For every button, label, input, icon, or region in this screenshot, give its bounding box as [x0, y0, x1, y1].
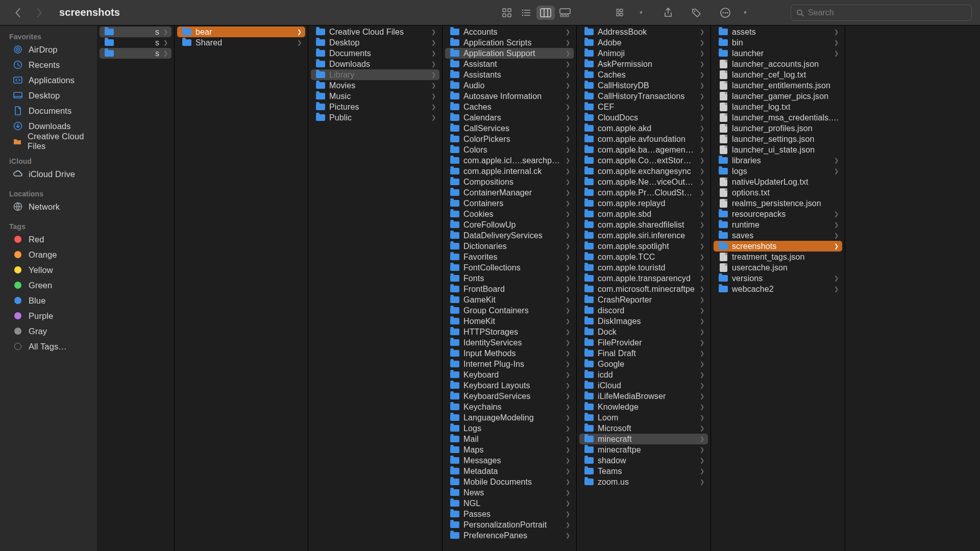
sidebar-item[interactable]: Gray	[4, 323, 93, 339]
folder-row[interactable]: Teams❯	[579, 466, 708, 477]
folder-row[interactable]: ColorPickers❯	[445, 134, 574, 144]
folder-row[interactable]: com.apple.exchangesync❯	[579, 166, 708, 177]
folder-row[interactable]: Keyboard❯	[445, 369, 574, 380]
file-row[interactable]: treatment_tags.json	[714, 252, 842, 262]
file-row[interactable]: launcher_entitlements.json	[714, 80, 842, 91]
folder-row[interactable]: minecraft❯	[579, 434, 708, 444]
folder-row[interactable]: discord❯	[579, 305, 708, 316]
folder-row[interactable]: com.apple.Co…extStoreAgent❯	[579, 155, 708, 166]
folder-row[interactable]: Google❯	[579, 359, 708, 369]
folder-row[interactable]: NGL❯	[445, 498, 574, 509]
folder-row[interactable]: com.microsoft.minecraftpe❯	[579, 284, 708, 294]
sidebar-item[interactable]: AirDrop	[4, 42, 93, 57]
folder-row[interactable]: com.apple.TCC❯	[579, 252, 708, 262]
folder-row[interactable]: Mobile Documents❯	[445, 477, 574, 487]
folder-row[interactable]: Favorites❯	[445, 252, 574, 262]
folder-row[interactable]: com.apple.akd❯	[579, 123, 708, 134]
folder-row[interactable]: libraries❯	[714, 155, 842, 166]
folder-row[interactable]: ContainerManager❯	[445, 187, 574, 198]
folder-row[interactable]: com.apple.icl….searchpartyd❯	[445, 155, 574, 166]
folder-row[interactable]: s❯	[100, 48, 172, 59]
folder-row[interactable]: com.apple.ba…agementagent❯	[579, 144, 708, 155]
folder-row[interactable]: Mail❯	[445, 434, 574, 444]
folder-row[interactable]: launcher❯	[714, 48, 842, 59]
folder-row[interactable]: CallHistoryDB❯	[579, 80, 708, 91]
search-field[interactable]	[791, 5, 972, 21]
folder-row[interactable]: Caches❯	[445, 102, 574, 112]
group-by-button[interactable]	[612, 6, 630, 20]
folder-row[interactable]: Downloads❯	[311, 59, 439, 69]
folder-row[interactable]: AddressBook❯	[579, 27, 708, 37]
sidebar-item[interactable]: Documents	[4, 103, 93, 118]
folder-row[interactable]: Autosave Information❯	[445, 91, 574, 102]
folder-row[interactable]: shadow❯	[579, 455, 708, 466]
file-row[interactable]: options.txt	[714, 187, 842, 198]
folder-row[interactable]: runtime❯	[714, 219, 842, 230]
folder-row[interactable]: PreferencePanes❯	[445, 530, 574, 541]
file-row[interactable]: launcher_msa_credentials.bin	[714, 112, 842, 123]
sidebar-item[interactable]: Red	[4, 232, 93, 247]
folder-row[interactable]: HTTPStorages❯	[445, 327, 574, 337]
folder-row[interactable]: Messages❯	[445, 455, 574, 466]
file-row[interactable]: realms_persistence.json	[714, 198, 842, 209]
folder-row[interactable]: Colors❯	[445, 144, 574, 155]
folder-row[interactable]: Desktop❯	[311, 37, 439, 48]
folder-row[interactable]: bear❯	[177, 27, 305, 37]
folder-row[interactable]: News❯	[445, 487, 574, 498]
file-row[interactable]: launcher_cef_log.txt	[714, 69, 842, 80]
folder-row[interactable]: logs❯	[714, 166, 842, 177]
folder-row[interactable]: com.apple.sbd❯	[579, 209, 708, 219]
folder-row[interactable]: Logs❯	[445, 423, 574, 434]
file-row[interactable]: launcher_gamer_pics.json	[714, 91, 842, 102]
folder-row[interactable]: Keychains❯	[445, 402, 574, 412]
folder-row[interactable]: CallHistoryTransactions❯	[579, 91, 708, 102]
folder-row[interactable]: zoom.us❯	[579, 477, 708, 487]
sidebar-item[interactable]: Orange	[4, 247, 93, 262]
folder-row[interactable]: webcache2❯	[714, 284, 842, 294]
view-gallery-button[interactable]	[556, 6, 574, 20]
folder-row[interactable]: Accounts❯	[445, 27, 574, 37]
nav-back-button[interactable]	[12, 7, 23, 18]
view-columns-button[interactable]	[536, 6, 555, 20]
folder-row[interactable]: Internet Plug-Ins❯	[445, 359, 574, 369]
folder-row[interactable]: Audio❯	[445, 80, 574, 91]
file-row[interactable]: launcher_accounts.json	[714, 59, 842, 69]
folder-row[interactable]: iLifeMediaBrowser❯	[579, 391, 708, 402]
folder-row[interactable]: Adobe❯	[579, 37, 708, 48]
sidebar-item[interactable]: Network	[4, 199, 93, 214]
file-row[interactable]: launcher_settings.json	[714, 134, 842, 144]
folder-row[interactable]: FontCollections❯	[445, 262, 574, 273]
folder-row[interactable]: minecraftpe❯	[579, 444, 708, 455]
tags-button[interactable]	[688, 6, 706, 20]
folder-row[interactable]: Passes❯	[445, 509, 574, 519]
folder-row[interactable]: HomeKit❯	[445, 316, 574, 327]
sidebar-item[interactable]: All Tags…	[4, 339, 93, 354]
folder-row[interactable]: versions❯	[714, 273, 842, 284]
folder-row[interactable]: DiskImages❯	[579, 316, 708, 327]
folder-row[interactable]: com.apple.touristd❯	[579, 262, 708, 273]
folder-row[interactable]: Movies❯	[311, 80, 439, 91]
folder-row[interactable]: resourcepacks❯	[714, 209, 842, 219]
folder-row[interactable]: GameKit❯	[445, 294, 574, 305]
sidebar-item[interactable]: Recents	[4, 57, 93, 72]
sidebar-item[interactable]: Green	[4, 278, 93, 293]
folder-row[interactable]: Public❯	[311, 112, 439, 123]
folder-row[interactable]: Dock❯	[579, 327, 708, 337]
folder-row[interactable]: com.apple.replayd❯	[579, 198, 708, 209]
action-menu-button[interactable]	[716, 6, 734, 20]
folder-row[interactable]: Animoji❯	[579, 48, 708, 59]
folder-row[interactable]: Pictures❯	[311, 102, 439, 112]
sidebar-item[interactable]: iCloud Drive	[4, 166, 93, 182]
folder-row[interactable]: com.apple.Pr…CloudStorage❯	[579, 187, 708, 198]
file-row[interactable]: usercache.json	[714, 262, 842, 273]
sidebar-item[interactable]: Blue	[4, 293, 93, 308]
folder-row[interactable]: Shared❯	[177, 37, 305, 48]
folder-row[interactable]: Creative Cloud Files❯	[311, 27, 439, 37]
folder-row[interactable]: icdd❯	[579, 369, 708, 380]
folder-row[interactable]: Caches❯	[579, 69, 708, 80]
view-icons-button[interactable]	[498, 6, 516, 20]
sidebar-item[interactable]: Purple	[4, 308, 93, 323]
folder-row[interactable]: CallServices❯	[445, 123, 574, 134]
folder-row[interactable]: CloudDocs❯	[579, 112, 708, 123]
folder-row[interactable]: CrashReporter❯	[579, 294, 708, 305]
